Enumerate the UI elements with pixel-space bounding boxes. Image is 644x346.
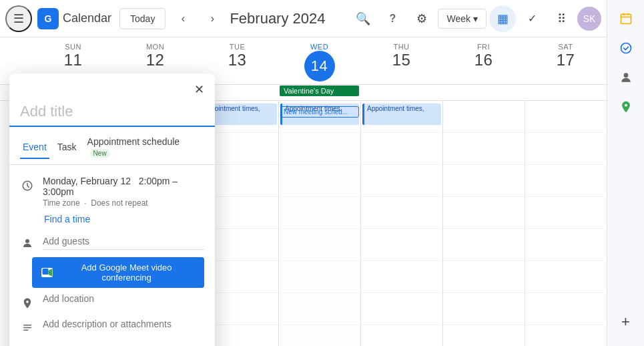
day-abbr-6: SAT xyxy=(558,43,573,51)
settings-button[interactable]: ⚙ xyxy=(408,5,435,32)
hour-cell xyxy=(443,165,525,197)
day-num-3: 14 xyxy=(304,51,335,81)
svg-point-4 xyxy=(621,43,631,53)
svg-rect-8 xyxy=(42,269,48,275)
location-row[interactable]: Add location xyxy=(9,291,215,317)
sidebar-maps-icon[interactable] xyxy=(613,94,639,120)
tab-appointment[interactable]: Appointment schedule New xyxy=(85,132,204,164)
tasks-button[interactable]: ✓ xyxy=(519,5,545,32)
hour-cell xyxy=(443,261,525,293)
hour-cell xyxy=(525,293,607,325)
dialog-datetime-row: Monday, February 12 2:00pm – 3:00pm Time… xyxy=(9,170,215,213)
hour-cell xyxy=(279,293,360,325)
timezone-label: Time zone xyxy=(43,198,80,208)
valentines-day-event[interactable]: Valentine's Day xyxy=(280,85,359,96)
day-num-5: 16 xyxy=(474,51,493,70)
day-num-2: 13 xyxy=(228,51,247,70)
all-day-thu xyxy=(360,85,442,100)
contacts-icon xyxy=(619,71,633,84)
plus-icon: + xyxy=(621,313,630,331)
all-day-wed: Valentine's Day xyxy=(278,85,360,100)
sidebar-add-button[interactable]: + xyxy=(613,309,639,335)
apps-button[interactable]: ⠿ xyxy=(548,5,575,32)
hour-cell xyxy=(361,261,442,293)
next-icon: › xyxy=(211,13,214,25)
appointment-thu-2pm[interactable]: Appointment times, xyxy=(362,104,441,125)
sidebar-contacts-icon[interactable] xyxy=(613,64,639,91)
sidebar-tasks-icon[interactable] xyxy=(613,35,639,61)
day-abbr-0: SUN xyxy=(65,43,81,51)
calendar-grid-icon: ▦ xyxy=(497,11,509,26)
hour-cell xyxy=(361,197,442,229)
settings-icon: ⚙ xyxy=(416,11,427,26)
day-abbr-4: THU xyxy=(393,43,409,51)
svg-rect-0 xyxy=(621,14,631,23)
hour-cell xyxy=(279,325,360,346)
sidebar-calendar-icon[interactable] xyxy=(613,5,639,32)
next-button[interactable]: › xyxy=(200,7,224,31)
find-time-link[interactable]: Find a time xyxy=(44,214,90,224)
event-date[interactable]: Monday, February 12 2:00pm – 3:00pm xyxy=(43,176,204,197)
tab-task[interactable]: Task xyxy=(55,138,79,159)
day-header-sat: SAT 17 xyxy=(525,37,607,84)
hour-cell xyxy=(361,165,442,197)
find-time-row: Find a time xyxy=(9,213,215,228)
meet-icon xyxy=(41,268,53,277)
day-num-6: 17 xyxy=(557,51,575,70)
new-meeting-event[interactable]: New meeting sched... xyxy=(280,106,359,118)
hour-cell xyxy=(279,229,360,261)
avatar[interactable]: SK xyxy=(577,7,601,31)
day-abbr-5: FRI xyxy=(477,43,490,51)
search-button[interactable]: 🔍 xyxy=(350,5,376,32)
hour-cell xyxy=(443,325,525,346)
svg-point-7 xyxy=(25,239,29,243)
guests-input[interactable] xyxy=(43,233,204,250)
description-content: Add description or attachments xyxy=(43,319,204,329)
hour-cell xyxy=(279,197,360,229)
description-row[interactable]: Add description or attachments xyxy=(9,317,215,344)
day-num-1: 12 xyxy=(146,51,165,70)
hour-cell xyxy=(443,229,525,261)
today-button[interactable]: Today xyxy=(119,8,166,29)
add-location-text[interactable]: Add location xyxy=(43,293,204,304)
dialog-close-button[interactable]: ✕ xyxy=(188,79,210,100)
clock-icon xyxy=(20,178,35,193)
guests-row xyxy=(9,228,215,256)
header-actions: 🔍 ? ⚙ Week ▾ ▦ ✓ ⠿ xyxy=(350,5,601,32)
hour-cell xyxy=(361,133,442,165)
main-container: ☰ G Calendar Today ‹ › February 2024 🔍 xyxy=(0,0,644,346)
prev-button[interactable]: ‹ xyxy=(171,7,195,31)
day-col-sat xyxy=(525,101,607,346)
view-label: Week xyxy=(446,13,470,24)
event-title-input[interactable] xyxy=(9,100,215,127)
tab-event[interactable]: Event xyxy=(20,138,49,159)
avatar-initials: SK xyxy=(583,13,596,24)
help-icon: ? xyxy=(390,13,396,25)
hamburger-button[interactable]: ☰ xyxy=(5,5,32,32)
meet-button-label: Add Google Meet video conferencing xyxy=(58,263,195,283)
day-abbr-2: TUE xyxy=(230,43,246,51)
help-button[interactable]: ? xyxy=(379,5,406,32)
header: ☰ G Calendar Today ‹ › February 2024 🔍 xyxy=(0,0,607,37)
add-meet-button[interactable]: Add Google Meet video conferencing xyxy=(32,257,204,288)
hour-cell xyxy=(279,133,360,165)
repeat-label: Does not repeat xyxy=(91,198,147,208)
event-type-tabs: Event Task Appointment schedule New xyxy=(9,127,215,165)
day-header-wed[interactable]: WED 14 xyxy=(278,37,360,84)
apps-icon: ⠿ xyxy=(557,11,566,26)
hamburger-icon: ☰ xyxy=(13,11,24,26)
calendar-view-button[interactable]: ▦ xyxy=(489,5,516,32)
hour-cell xyxy=(443,197,525,229)
search-icon: 🔍 xyxy=(356,11,370,26)
hour-cell xyxy=(525,101,607,133)
logo-box: G xyxy=(37,8,59,29)
add-description-text[interactable]: Add description or attachments xyxy=(43,319,204,329)
svg-point-5 xyxy=(623,73,628,77)
app-name: Calendar xyxy=(63,11,111,25)
tab-appointment-label: Appointment schedule xyxy=(87,136,180,147)
view-selector[interactable]: Week ▾ xyxy=(438,9,487,29)
day-col-wed: Appointment times, Appointment times, Ne… xyxy=(278,101,360,346)
day-header-thu: THU 15 xyxy=(360,37,442,84)
location-icon xyxy=(20,296,35,311)
person-icon xyxy=(20,236,35,250)
